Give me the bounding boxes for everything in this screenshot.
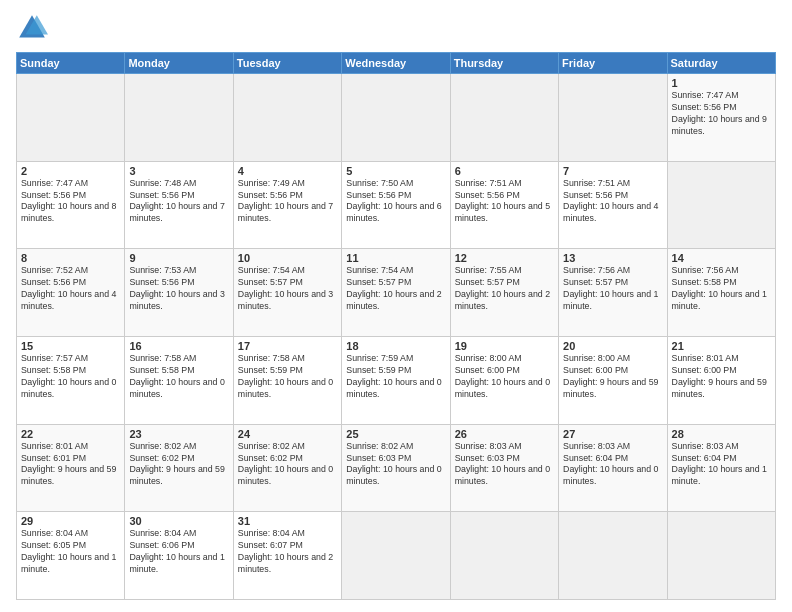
- calendar-cell: [125, 74, 233, 162]
- calendar-week-1: 2 Sunrise: 7:47 AM Sunset: 5:56 PM Dayli…: [17, 161, 776, 249]
- day-info: Sunrise: 8:02 AM Sunset: 6:02 PM Dayligh…: [238, 441, 337, 489]
- day-number: 11: [346, 252, 445, 264]
- calendar-cell: 18 Sunrise: 7:59 AM Sunset: 5:59 PM Dayl…: [342, 336, 450, 424]
- day-info: Sunrise: 7:48 AM Sunset: 5:56 PM Dayligh…: [129, 178, 228, 226]
- calendar-cell: 17 Sunrise: 7:58 AM Sunset: 5:59 PM Dayl…: [233, 336, 341, 424]
- day-info: Sunrise: 7:54 AM Sunset: 5:57 PM Dayligh…: [346, 265, 445, 313]
- day-info: Sunrise: 8:01 AM Sunset: 6:01 PM Dayligh…: [21, 441, 120, 489]
- header: [16, 12, 776, 44]
- calendar-cell: 22 Sunrise: 8:01 AM Sunset: 6:01 PM Dayl…: [17, 424, 125, 512]
- day-number: 8: [21, 252, 120, 264]
- day-info: Sunrise: 7:51 AM Sunset: 5:56 PM Dayligh…: [455, 178, 554, 226]
- calendar-cell: 26 Sunrise: 8:03 AM Sunset: 6:03 PM Dayl…: [450, 424, 558, 512]
- calendar-header-row: SundayMondayTuesdayWednesdayThursdayFrid…: [17, 53, 776, 74]
- day-number: 29: [21, 515, 120, 527]
- calendar-week-5: 29 Sunrise: 8:04 AM Sunset: 6:05 PM Dayl…: [17, 512, 776, 600]
- day-number: 27: [563, 428, 662, 440]
- day-info: Sunrise: 7:50 AM Sunset: 5:56 PM Dayligh…: [346, 178, 445, 226]
- day-info: Sunrise: 7:49 AM Sunset: 5:56 PM Dayligh…: [238, 178, 337, 226]
- day-info: Sunrise: 8:04 AM Sunset: 6:06 PM Dayligh…: [129, 528, 228, 576]
- calendar-cell: 8 Sunrise: 7:52 AM Sunset: 5:56 PM Dayli…: [17, 249, 125, 337]
- calendar-cell: [667, 161, 775, 249]
- calendar-cell: 30 Sunrise: 8:04 AM Sunset: 6:06 PM Dayl…: [125, 512, 233, 600]
- calendar-cell: 16 Sunrise: 7:58 AM Sunset: 5:58 PM Dayl…: [125, 336, 233, 424]
- calendar-cell: [450, 512, 558, 600]
- day-info: Sunrise: 8:02 AM Sunset: 6:03 PM Dayligh…: [346, 441, 445, 489]
- day-number: 1: [672, 77, 771, 89]
- calendar-cell: 29 Sunrise: 8:04 AM Sunset: 6:05 PM Dayl…: [17, 512, 125, 600]
- day-number: 16: [129, 340, 228, 352]
- day-info: Sunrise: 7:56 AM Sunset: 5:58 PM Dayligh…: [672, 265, 771, 313]
- weekday-header-saturday: Saturday: [667, 53, 775, 74]
- calendar-cell: 6 Sunrise: 7:51 AM Sunset: 5:56 PM Dayli…: [450, 161, 558, 249]
- calendar-week-4: 22 Sunrise: 8:01 AM Sunset: 6:01 PM Dayl…: [17, 424, 776, 512]
- day-info: Sunrise: 7:56 AM Sunset: 5:57 PM Dayligh…: [563, 265, 662, 313]
- calendar-week-3: 15 Sunrise: 7:57 AM Sunset: 5:58 PM Dayl…: [17, 336, 776, 424]
- calendar-cell: 14 Sunrise: 7:56 AM Sunset: 5:58 PM Dayl…: [667, 249, 775, 337]
- day-info: Sunrise: 7:51 AM Sunset: 5:56 PM Dayligh…: [563, 178, 662, 226]
- calendar-week-2: 8 Sunrise: 7:52 AM Sunset: 5:56 PM Dayli…: [17, 249, 776, 337]
- calendar-cell: 23 Sunrise: 8:02 AM Sunset: 6:02 PM Dayl…: [125, 424, 233, 512]
- day-info: Sunrise: 7:55 AM Sunset: 5:57 PM Dayligh…: [455, 265, 554, 313]
- day-number: 9: [129, 252, 228, 264]
- day-info: Sunrise: 7:52 AM Sunset: 5:56 PM Dayligh…: [21, 265, 120, 313]
- day-info: Sunrise: 7:53 AM Sunset: 5:56 PM Dayligh…: [129, 265, 228, 313]
- day-number: 7: [563, 165, 662, 177]
- day-info: Sunrise: 8:04 AM Sunset: 6:07 PM Dayligh…: [238, 528, 337, 576]
- day-number: 10: [238, 252, 337, 264]
- day-number: 15: [21, 340, 120, 352]
- day-number: 22: [21, 428, 120, 440]
- calendar-cell: 15 Sunrise: 7:57 AM Sunset: 5:58 PM Dayl…: [17, 336, 125, 424]
- day-number: 2: [21, 165, 120, 177]
- day-info: Sunrise: 8:02 AM Sunset: 6:02 PM Dayligh…: [129, 441, 228, 489]
- day-number: 12: [455, 252, 554, 264]
- day-number: 24: [238, 428, 337, 440]
- day-number: 28: [672, 428, 771, 440]
- calendar-cell: [450, 74, 558, 162]
- weekday-header-monday: Monday: [125, 53, 233, 74]
- day-info: Sunrise: 8:03 AM Sunset: 6:04 PM Dayligh…: [563, 441, 662, 489]
- day-info: Sunrise: 8:03 AM Sunset: 6:03 PM Dayligh…: [455, 441, 554, 489]
- day-number: 13: [563, 252, 662, 264]
- day-info: Sunrise: 7:58 AM Sunset: 5:59 PM Dayligh…: [238, 353, 337, 401]
- day-number: 31: [238, 515, 337, 527]
- day-number: 20: [563, 340, 662, 352]
- calendar-cell: [342, 74, 450, 162]
- page: SundayMondayTuesdayWednesdayThursdayFrid…: [0, 0, 792, 612]
- weekday-header-wednesday: Wednesday: [342, 53, 450, 74]
- weekday-header-friday: Friday: [559, 53, 667, 74]
- calendar-cell: 5 Sunrise: 7:50 AM Sunset: 5:56 PM Dayli…: [342, 161, 450, 249]
- calendar-cell: 25 Sunrise: 8:02 AM Sunset: 6:03 PM Dayl…: [342, 424, 450, 512]
- day-number: 18: [346, 340, 445, 352]
- day-info: Sunrise: 8:03 AM Sunset: 6:04 PM Dayligh…: [672, 441, 771, 489]
- day-number: 5: [346, 165, 445, 177]
- day-info: Sunrise: 8:01 AM Sunset: 6:00 PM Dayligh…: [672, 353, 771, 401]
- calendar-cell: 13 Sunrise: 7:56 AM Sunset: 5:57 PM Dayl…: [559, 249, 667, 337]
- calendar-cell: 9 Sunrise: 7:53 AM Sunset: 5:56 PM Dayli…: [125, 249, 233, 337]
- calendar-cell: 19 Sunrise: 8:00 AM Sunset: 6:00 PM Dayl…: [450, 336, 558, 424]
- calendar-cell: 24 Sunrise: 8:02 AM Sunset: 6:02 PM Dayl…: [233, 424, 341, 512]
- day-info: Sunrise: 7:58 AM Sunset: 5:58 PM Dayligh…: [129, 353, 228, 401]
- day-info: Sunrise: 7:47 AM Sunset: 5:56 PM Dayligh…: [672, 90, 771, 138]
- day-number: 30: [129, 515, 228, 527]
- calendar-cell: 4 Sunrise: 7:49 AM Sunset: 5:56 PM Dayli…: [233, 161, 341, 249]
- day-info: Sunrise: 8:04 AM Sunset: 6:05 PM Dayligh…: [21, 528, 120, 576]
- calendar-cell: [233, 74, 341, 162]
- calendar-week-0: 1 Sunrise: 7:47 AM Sunset: 5:56 PM Dayli…: [17, 74, 776, 162]
- weekday-header-sunday: Sunday: [17, 53, 125, 74]
- day-info: Sunrise: 8:00 AM Sunset: 6:00 PM Dayligh…: [563, 353, 662, 401]
- day-info: Sunrise: 8:00 AM Sunset: 6:00 PM Dayligh…: [455, 353, 554, 401]
- day-number: 21: [672, 340, 771, 352]
- calendar-table: SundayMondayTuesdayWednesdayThursdayFrid…: [16, 52, 776, 600]
- day-number: 14: [672, 252, 771, 264]
- day-number: 17: [238, 340, 337, 352]
- calendar-cell: [559, 74, 667, 162]
- calendar-cell: [17, 74, 125, 162]
- calendar-cell: 20 Sunrise: 8:00 AM Sunset: 6:00 PM Dayl…: [559, 336, 667, 424]
- day-info: Sunrise: 7:59 AM Sunset: 5:59 PM Dayligh…: [346, 353, 445, 401]
- day-number: 19: [455, 340, 554, 352]
- calendar-cell: 3 Sunrise: 7:48 AM Sunset: 5:56 PM Dayli…: [125, 161, 233, 249]
- calendar-cell: 2 Sunrise: 7:47 AM Sunset: 5:56 PM Dayli…: [17, 161, 125, 249]
- day-number: 23: [129, 428, 228, 440]
- calendar-cell: [342, 512, 450, 600]
